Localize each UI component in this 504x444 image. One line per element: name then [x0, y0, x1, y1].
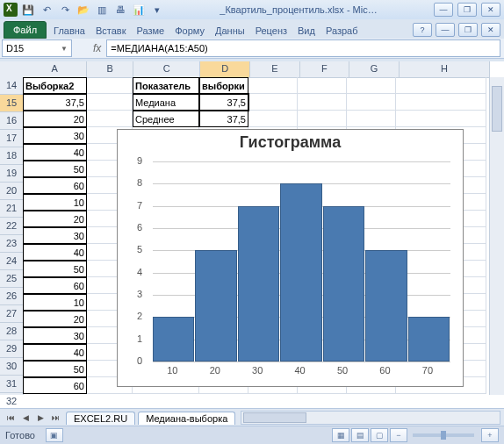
worksheet-grid[interactable]: ABCDEFGH 1415161718192021222324252627282… — [0, 61, 504, 409]
cell-A14[interactable]: Выборка2 — [23, 77, 87, 94]
cell-A21[interactable]: 10 — [23, 194, 87, 211]
name-box-dropdown-icon[interactable]: ▼ — [61, 45, 68, 53]
sheet-nav-first-icon[interactable]: ⏮ — [4, 411, 18, 425]
workbook-close-button[interactable]: ✕ — [481, 23, 500, 37]
window-restore-button[interactable]: ❐ — [457, 3, 477, 17]
sheet-tab-1[interactable]: Медиана-выборка — [138, 412, 235, 425]
vertical-scrollbar[interactable] — [489, 77, 504, 395]
cell-H16[interactable] — [396, 111, 486, 127]
cell-E14[interactable] — [248, 77, 298, 94]
col-header-C[interactable]: C — [133, 61, 200, 77]
cell-B15[interactable] — [87, 94, 133, 111]
workbook-help-button[interactable]: ? — [413, 23, 432, 37]
view-pagebreak-icon[interactable]: ▢ — [371, 428, 388, 442]
cell-A19[interactable]: 50 — [23, 161, 87, 177]
cell-D14[interactable]: выборки — [199, 77, 248, 94]
cell-A26[interactable]: 60 — [23, 277, 87, 294]
chart-bar-20[interactable] — [195, 250, 236, 362]
row-header-14[interactable]: 14 — [0, 77, 23, 95]
qat-undo-icon[interactable]: ↶ — [39, 3, 54, 17]
cell-A18[interactable]: 40 — [23, 144, 87, 161]
tab-review[interactable]: Реценз — [250, 23, 292, 39]
qat-open-icon[interactable]: 📂 — [76, 3, 91, 17]
workbook-restore-button[interactable]: ❐ — [458, 23, 478, 37]
col-header-A[interactable]: A — [23, 61, 87, 77]
qat-save-icon[interactable]: 💾 — [20, 3, 36, 17]
row-header-29[interactable]: 29 — [0, 340, 23, 358]
cell-A32[interactable]: 60 — [23, 377, 87, 394]
chart-bar-50[interactable] — [323, 206, 364, 362]
cell-G14[interactable] — [347, 77, 396, 94]
cell-A28[interactable]: 20 — [23, 311, 87, 327]
chart-bar-10[interactable] — [153, 317, 194, 362]
cell-E16[interactable] — [248, 111, 298, 127]
cell-A29[interactable]: 30 — [23, 327, 87, 344]
tab-developer[interactable]: Разраб — [320, 23, 364, 39]
view-normal-icon[interactable]: ▦ — [332, 428, 349, 442]
sheet-nav-last-icon[interactable]: ⏭ — [48, 411, 62, 425]
row-header-16[interactable]: 16 — [0, 112, 23, 130]
cell-A30[interactable]: 40 — [23, 344, 87, 361]
zoom-slider-knob[interactable] — [441, 431, 446, 440]
row-header-19[interactable]: 19 — [0, 165, 23, 183]
cell-E15[interactable] — [248, 94, 298, 111]
row-header-28[interactable]: 28 — [0, 323, 23, 340]
qat-chart-icon[interactable]: 📊 — [131, 3, 147, 17]
fx-icon[interactable]: fx — [93, 42, 101, 54]
chart-bar-60[interactable] — [365, 250, 407, 362]
row-header-15[interactable]: 15 — [0, 95, 23, 112]
zoom-in-button[interactable]: + — [481, 428, 499, 442]
row-header-26[interactable]: 26 — [0, 288, 23, 305]
col-header-B[interactable]: B — [87, 61, 133, 77]
select-all-button[interactable] — [0, 61, 24, 78]
cell-A27[interactable]: 10 — [23, 294, 87, 311]
col-header-F[interactable]: F — [300, 61, 350, 77]
sheet-nav-prev-icon[interactable]: ◀ — [18, 411, 32, 425]
chart-bar-40[interactable] — [280, 183, 321, 362]
window-close-button[interactable]: ✕ — [481, 3, 500, 17]
tab-pagelayout[interactable]: Разме — [132, 23, 170, 39]
zoom-out-button[interactable]: − — [390, 428, 407, 442]
col-header-D[interactable]: D — [200, 61, 250, 77]
cell-H15[interactable] — [396, 94, 486, 111]
view-pagelayout-icon[interactable]: ▤ — [351, 428, 369, 442]
cell-C16[interactable]: Среднее — [133, 111, 199, 127]
row-header-31[interactable]: 31 — [0, 376, 23, 393]
cell-A22[interactable]: 20 — [23, 211, 87, 227]
cell-B14[interactable] — [87, 77, 133, 94]
macro-record-icon[interactable]: ▣ — [46, 428, 63, 442]
cell-A15[interactable]: 37,5 — [23, 94, 87, 111]
chart-object[interactable]: Гистограмма 012345678910203040506070 — [117, 129, 464, 387]
qat-redo-icon[interactable]: ↷ — [57, 3, 73, 17]
cell-A23[interactable]: 30 — [23, 227, 87, 244]
col-header-G[interactable]: G — [349, 61, 400, 77]
row-header-20[interactable]: 20 — [0, 183, 23, 200]
cell-A20[interactable]: 60 — [23, 177, 87, 194]
cell-D16[interactable]: 37,5 — [199, 111, 248, 127]
vscroll-thumb[interactable] — [492, 86, 502, 132]
sheet-nav-next-icon[interactable]: ▶ — [33, 411, 47, 425]
workbook-minimize-button[interactable]: — — [436, 23, 455, 37]
row-header-18[interactable]: 18 — [0, 147, 23, 165]
cell-A31[interactable]: 50 — [23, 361, 87, 377]
cell-B16[interactable] — [87, 111, 133, 127]
row-header-32[interactable]: 32 — [0, 393, 23, 409]
row-header-24[interactable]: 24 — [0, 253, 23, 270]
tab-data[interactable]: Данны — [210, 23, 250, 39]
row-header-25[interactable]: 25 — [0, 270, 23, 288]
formula-input[interactable]: =МЕДИАНА(A15:A50) — [106, 39, 500, 57]
cell-A17[interactable]: 30 — [23, 127, 87, 144]
row-header-23[interactable]: 23 — [0, 235, 23, 253]
chart-bar-30[interactable] — [238, 206, 279, 362]
hscroll-thumb[interactable] — [243, 412, 306, 423]
cell-A25[interactable]: 50 — [23, 261, 87, 277]
tab-home[interactable]: Главна — [48, 23, 90, 39]
horizontal-scrollbar[interactable] — [241, 411, 500, 425]
zoom-slider[interactable] — [413, 433, 474, 437]
qat-print-icon[interactable]: 🖶 — [112, 3, 128, 17]
qat-new-icon[interactable]: ▥ — [94, 3, 110, 17]
tab-insert[interactable]: Вставк — [90, 23, 132, 39]
cell-H14[interactable] — [396, 77, 486, 94]
cell-G16[interactable] — [347, 111, 396, 127]
cell-F14[interactable] — [298, 77, 347, 94]
